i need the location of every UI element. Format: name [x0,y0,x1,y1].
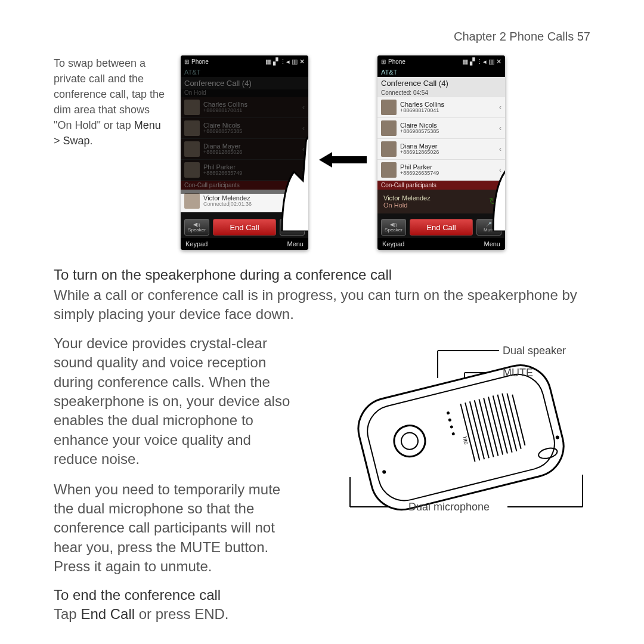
window-flag-icon: ⊞ [184,58,189,65]
avatar [184,162,200,178]
participant-name: Diana Mayer [203,143,299,150]
avatar [184,141,200,157]
conference-title: Conference Call (4) [181,77,308,89]
mute-button[interactable]: 🎤Mute [476,219,501,236]
speaker-button[interactable]: ◀))Speaker [184,219,209,236]
paragraph-mute: When you need to temporarily mute the du… [54,480,298,577]
softkey-menu[interactable]: Menu [287,240,304,247]
carrier-label: AT&T [181,67,308,77]
softkey-keypad[interactable]: Keypad [185,240,208,247]
window-flag-icon: ⊞ [381,58,386,65]
label-mute: MUTE [503,367,533,379]
mute-button[interactable]: 🎤Mute [280,219,305,236]
section-bar: Con-Call participants [181,181,308,190]
speaker-button[interactable]: ◀))Speaker [381,219,406,236]
heading-end-call: To end the conference call [54,587,590,603]
onhold-row: Victor Melendez On Hold ↻ [377,190,505,213]
paragraph-speakerphone: While a call or conference call is in pr… [54,286,590,324]
hold-sub: On Hold [383,202,499,209]
active-call-sub: Connected|02:01:36 [203,202,305,208]
phone-title: Phone [191,58,209,65]
participant-number: +886926635749 [203,171,299,177]
chevron-icon: ‹ [499,166,501,174]
end-call-text-2: or press END. [135,606,228,622]
swap-call-icon: ↻ [295,196,302,207]
chevron-icon: ‹ [302,103,305,112]
page-header: Chapter 2 Phone Calls 57 [54,30,590,44]
end-call-text-1: Tap [54,606,80,622]
chevron-icon: ‹ [302,124,305,132]
svg-rect-10 [362,369,560,506]
section-bar: Con-Call participants [377,181,505,190]
hold-name: Victor Melendez [383,194,499,202]
heading-speakerphone: To turn on the speakerphone during a con… [54,267,590,283]
device-back-diagram: htc Dual speaker MUTE Dual microphone [326,334,589,537]
conference-status: Connected: 04:54 [377,89,505,97]
softkey-menu[interactable]: Menu [484,240,500,247]
conference-status: On Hold [181,89,308,97]
softkey-keypad[interactable]: Keypad [382,240,404,247]
avatar [184,120,200,136]
participant-name: Phil Parker [203,163,299,171]
carrier-label: AT&T [377,67,505,77]
avatar [381,100,397,115]
participant-name: Charles Collins [203,101,299,108]
swap-call-icon: ↻ [489,196,497,207]
arrow-left-icon [319,152,367,153]
avatar [381,162,397,178]
chevron-icon: ‹ [302,166,305,174]
swap-instruction: To swap between a private call and the c… [54,55,170,149]
paragraph-end-call: Tap End Call or press END. [54,605,590,624]
svg-marker-0 [319,152,367,168]
participant-number: +886988575385 [203,129,299,135]
phone-title: Phone [388,58,405,65]
chevron-icon: ‹ [499,145,501,153]
avatar [184,100,200,115]
avatar [184,193,200,209]
participant-number: +886988170041 [203,108,299,114]
label-dual-mic: Dual microphone [408,501,490,513]
end-call-button[interactable]: End Call [410,219,473,236]
end-call-button[interactable]: End Call [213,219,276,236]
end-call-bold: End Call [80,606,135,622]
chevron-icon: ‹ [499,103,501,112]
participant-number: +886988575385 [400,129,496,135]
label-dual-speaker: Dual speaker [503,345,566,357]
conference-title: Conference Call (4) [377,77,505,89]
participant-number: +886912865026 [400,150,496,156]
pointing-hand-icon [276,124,308,231]
status-icons: ▦ ▞ ⋮◂ ▥ ✕ [265,58,305,66]
chevron-icon: ‹ [499,124,501,132]
phone-screenshot-onhold: ⊞Phone ▦ ▞ ⋮◂ ▥ ✕ AT&T Conference Call (… [181,55,308,250]
participant-name: Claire Nicols [203,122,299,129]
active-call-row: Victor MelendezConnected|02:01:36 ↻ [181,190,308,212]
participant-number: +886912865026 [203,150,299,156]
avatar [381,141,397,157]
participant-number: +886988170041 [400,108,496,114]
avatar [381,120,397,136]
phone-screenshot-connected: ⊞Phone ▦ ▞ ⋮◂ ▥ ✕ AT&T Conference Call (… [377,55,505,250]
participant-number: +886926635749 [400,171,496,177]
chevron-icon: ‹ [302,145,305,153]
status-icons: ▦ ▞ ⋮◂ ▥ ✕ [462,58,501,66]
paragraph-crystal: Your device provides crystal-clear sound… [54,334,298,469]
